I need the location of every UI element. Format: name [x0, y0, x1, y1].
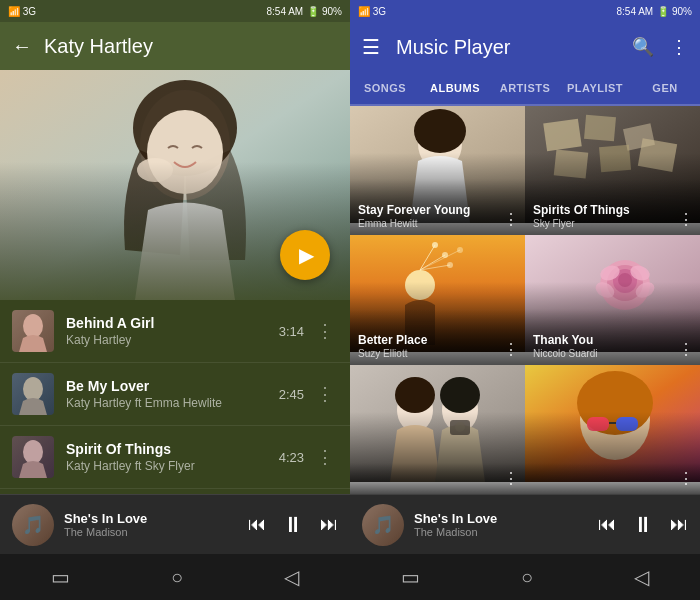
play-icon: ▶ [299, 243, 314, 267]
right-status-bar: 📶 3G 8:54 AM 🔋 90% [350, 0, 700, 22]
song-thumb-2 [12, 373, 54, 415]
right-np-thumb: 🎵 [362, 504, 404, 546]
song-artist-3: Katy Hartley ft Sky Flyer [66, 459, 279, 473]
right-nav-bar: ▭ ○ ◁ [350, 554, 700, 600]
search-icon[interactable]: 🔍 [632, 36, 654, 58]
song-more-1[interactable]: ⋮ [312, 320, 338, 342]
album-card-4[interactable]: Thank You Niccolo Suardi ⋮ [525, 235, 700, 364]
song-duration-3: 4:23 [279, 450, 304, 465]
left-np-controls: ⏮ ⏸ ⏭ [248, 512, 338, 538]
song-thumb-1 [12, 310, 54, 352]
album-more-4[interactable]: ⋮ [678, 340, 694, 359]
left-np-artist: The Madison [64, 526, 248, 538]
album-card-6[interactable]: ⋮ [525, 365, 700, 494]
right-skip-next-button[interactable]: ⏭ [670, 514, 688, 535]
song-item[interactable]: Spirit Of Things Katy Hartley ft Sky Fly… [0, 426, 350, 489]
song-more-3[interactable]: ⋮ [312, 446, 338, 468]
album-name-3: Better Place [358, 333, 517, 347]
right-header: ☰ Music Player 🔍 ⋮ [350, 22, 700, 72]
hero-image: ▶ [0, 70, 350, 300]
header-icons: 🔍 ⋮ [632, 36, 688, 58]
album-card-2[interactable]: Spirits Of Things Sky Flyer ⋮ [525, 106, 700, 235]
album-more-2[interactable]: ⋮ [678, 210, 694, 229]
svg-point-6 [23, 314, 43, 338]
left-status-bar: 📶 3G 8:54 AM 🔋 90% [0, 0, 350, 22]
left-battery: 🔋 90% [307, 6, 342, 17]
album-more-1[interactable]: ⋮ [503, 210, 519, 229]
left-nav-bar: ▭ ○ ◁ [0, 554, 350, 600]
svg-point-8 [23, 440, 43, 464]
right-np-info: She's In Love The Madison [414, 511, 598, 538]
song-info-2: Be My Lover Katy Hartley ft Emma Hewlite [66, 378, 279, 410]
song-title-1: Behind A Girl [66, 315, 279, 331]
left-nav-back-icon[interactable]: ◁ [284, 565, 299, 589]
album-artist-1: Emma Hewitt [358, 218, 517, 229]
song-thumb-3 [12, 436, 54, 478]
song-artist-1: Katy Hartley [66, 333, 279, 347]
more-options-icon[interactable]: ⋮ [670, 36, 688, 58]
album-more-6[interactable]: ⋮ [678, 469, 694, 488]
album-card-1[interactable]: Stay Forever Young Emma Hewitt ⋮ [350, 106, 525, 235]
album-name-4: Thank You [533, 333, 692, 347]
right-signal: 📶 3G [358, 6, 386, 17]
left-artist-name: Katy Hartley [44, 35, 153, 58]
right-pause-button[interactable]: ⏸ [632, 512, 654, 538]
right-nav-home-icon[interactable]: ○ [521, 566, 533, 589]
song-info-3: Spirit Of Things Katy Hartley ft Sky Fly… [66, 441, 279, 473]
right-nav-back-icon[interactable]: ◁ [634, 565, 649, 589]
album-name-1: Stay Forever Young [358, 203, 517, 217]
song-more-2[interactable]: ⋮ [312, 383, 338, 405]
tab-gen[interactable]: GEN [630, 72, 700, 106]
left-panel: 📶 3G 8:54 AM 🔋 90% ← Katy Hartley [0, 0, 350, 600]
left-np-title: She's In Love [64, 511, 248, 526]
song-artist-2: Katy Hartley ft Emma Hewlite [66, 396, 279, 410]
tab-playlist[interactable]: PLAYLIST [560, 72, 630, 106]
left-np-info: She's In Love The Madison [64, 511, 248, 538]
tab-songs[interactable]: SONGS [350, 72, 420, 106]
left-np-thumb: 🎵 [12, 504, 54, 546]
album-overlay-4: Thank You Niccolo Suardi [525, 309, 700, 365]
right-time: 8:54 AM [617, 6, 654, 17]
right-battery: 🔋 90% [657, 6, 692, 17]
song-title-3: Spirit Of Things [66, 441, 279, 457]
svg-point-7 [23, 377, 43, 401]
album-more-3[interactable]: ⋮ [503, 340, 519, 359]
right-np-title: She's In Love [414, 511, 598, 526]
play-button[interactable]: ▶ [280, 230, 330, 280]
left-nav-recent-icon[interactable]: ▭ [51, 565, 70, 589]
hamburger-icon[interactable]: ☰ [362, 35, 380, 59]
song-title-2: Be My Lover [66, 378, 279, 394]
app-title: Music Player [396, 36, 632, 59]
right-np-artist: The Madison [414, 526, 598, 538]
album-card-5[interactable]: ⋮ [350, 365, 525, 494]
right-nav-recent-icon[interactable]: ▭ [401, 565, 420, 589]
tab-albums[interactable]: ALBUMS [420, 72, 490, 106]
song-info-1: Behind A Girl Katy Hartley [66, 315, 279, 347]
back-button[interactable]: ← [12, 35, 32, 58]
left-skip-next-button[interactable]: ⏭ [320, 514, 338, 535]
left-pause-button[interactable]: ⏸ [282, 512, 304, 538]
song-duration-2: 2:45 [279, 387, 304, 402]
album-more-5[interactable]: ⋮ [503, 469, 519, 488]
tab-artists[interactable]: ARTISTS [490, 72, 560, 106]
left-nav-home-icon[interactable]: ○ [171, 566, 183, 589]
left-skip-prev-button[interactable]: ⏮ [248, 514, 266, 535]
albums-grid: Stay Forever Young Emma Hewitt ⋮ [350, 106, 700, 494]
right-now-playing-bar: 🎵 She's In Love The Madison ⏮ ⏸ ⏭ [350, 494, 700, 554]
song-item[interactable]: Behind A Girl Katy Hartley 3:14 ⋮ [0, 300, 350, 363]
album-overlay-3: Better Place Suzy Elliott [350, 309, 525, 365]
song-duration-1: 3:14 [279, 324, 304, 339]
album-artist-4: Niccolo Suardi [533, 348, 692, 359]
album-overlay-5 [350, 463, 525, 494]
left-header: ← Katy Hartley [0, 22, 350, 70]
song-item[interactable]: Be My Lover Katy Hartley ft Emma Hewlite… [0, 363, 350, 426]
right-skip-prev-button[interactable]: ⏮ [598, 514, 616, 535]
album-overlay-6 [525, 463, 700, 494]
album-overlay-2: Spirits Of Things Sky Flyer [525, 179, 700, 235]
album-artist-2: Sky Flyer [533, 218, 692, 229]
right-np-controls: ⏮ ⏸ ⏭ [598, 512, 688, 538]
album-card-3[interactable]: Better Place Suzy Elliott ⋮ [350, 235, 525, 364]
tabs-bar: SONGS ALBUMS ARTISTS PLAYLIST GEN [350, 72, 700, 106]
left-now-playing-bar: 🎵 She's In Love The Madison ⏮ ⏸ ⏭ [0, 494, 350, 554]
left-time: 8:54 AM [267, 6, 304, 17]
